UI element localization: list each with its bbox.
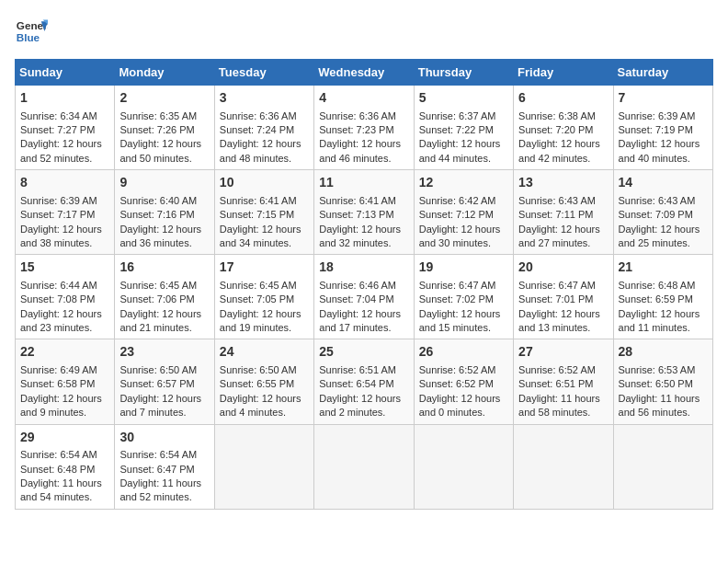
day-number: 1 <box>20 89 109 108</box>
sunset-text: Sunset: 6:54 PM <box>319 378 393 389</box>
daylight-text: Daylight: 12 hours and 11 minutes. <box>619 308 700 333</box>
weekday-header: Monday <box>115 60 214 86</box>
sunrise-text: Sunrise: 6:35 AM <box>119 110 197 121</box>
daylight-text: Daylight: 12 hours and 9 minutes. <box>20 393 102 418</box>
daylight-text: Daylight: 12 hours and 42 minutes. <box>518 138 600 163</box>
sunset-text: Sunset: 7:04 PM <box>319 293 393 304</box>
sunrise-text: Sunrise: 6:37 AM <box>419 110 496 121</box>
day-number: 23 <box>119 343 209 362</box>
sunrise-text: Sunrise: 6:50 AM <box>119 364 197 375</box>
day-number: 4 <box>319 89 408 108</box>
sunrise-text: Sunrise: 6:54 AM <box>20 449 97 460</box>
calendar-cell: 6Sunrise: 6:38 AMSunset: 7:20 PMDaylight… <box>514 86 613 170</box>
sunrise-text: Sunrise: 6:34 AM <box>20 110 97 121</box>
calendar-cell: 10Sunrise: 6:41 AMSunset: 7:15 PMDayligh… <box>214 170 313 255</box>
sunset-text: Sunset: 6:48 PM <box>20 464 95 475</box>
sunset-text: Sunset: 6:52 PM <box>419 378 494 389</box>
calendar-cell: 1Sunrise: 6:34 AMSunset: 7:27 PMDaylight… <box>16 86 115 170</box>
daylight-text: Daylight: 12 hours and 30 minutes. <box>419 224 501 248</box>
day-number: 28 <box>619 343 708 362</box>
sunset-text: Sunset: 6:59 PM <box>619 293 693 304</box>
daylight-text: Daylight: 12 hours and 4 minutes. <box>220 393 301 418</box>
calendar-cell <box>414 424 513 509</box>
sunrise-text: Sunrise: 6:40 AM <box>119 195 197 206</box>
daylight-text: Daylight: 12 hours and 52 minutes. <box>20 138 102 163</box>
calendar-cell: 20Sunrise: 6:47 AMSunset: 7:01 PMDayligh… <box>514 255 613 339</box>
day-number: 13 <box>518 174 608 192</box>
logo: General Blue <box>15 15 48 48</box>
daylight-text: Daylight: 12 hours and 25 minutes. <box>619 224 700 248</box>
sunset-text: Sunset: 7:13 PM <box>319 209 393 220</box>
svg-text:Blue: Blue <box>17 31 40 43</box>
sunrise-text: Sunrise: 6:53 AM <box>619 364 696 375</box>
sunrise-text: Sunrise: 6:36 AM <box>319 110 396 121</box>
sunset-text: Sunset: 7:23 PM <box>319 124 393 135</box>
calendar-week-row: 22Sunrise: 6:49 AMSunset: 6:58 PMDayligh… <box>16 339 713 424</box>
day-number: 19 <box>419 259 508 277</box>
calendar-cell: 2Sunrise: 6:35 AMSunset: 7:26 PMDaylight… <box>115 86 214 170</box>
daylight-text: Daylight: 12 hours and 48 minutes. <box>220 138 301 163</box>
calendar-cell: 7Sunrise: 6:39 AMSunset: 7:19 PMDaylight… <box>613 86 712 170</box>
sunrise-text: Sunrise: 6:45 AM <box>119 280 197 291</box>
sunset-text: Sunset: 6:51 PM <box>518 378 593 389</box>
daylight-text: Daylight: 12 hours and 7 minutes. <box>119 393 201 418</box>
sunset-text: Sunset: 7:17 PM <box>20 209 95 220</box>
day-number: 3 <box>220 89 309 108</box>
weekday-header: Thursday <box>414 60 513 86</box>
day-number: 12 <box>419 174 508 192</box>
daylight-text: Daylight: 12 hours and 32 minutes. <box>319 224 401 248</box>
daylight-text: Daylight: 11 hours and 56 minutes. <box>619 393 700 418</box>
page-header: General Blue <box>15 15 713 48</box>
calendar-cell <box>214 424 313 509</box>
weekday-header: Tuesday <box>214 60 313 86</box>
sunset-text: Sunset: 6:47 PM <box>119 464 194 475</box>
calendar-cell: 29Sunrise: 6:54 AMSunset: 6:48 PMDayligh… <box>16 424 115 509</box>
sunrise-text: Sunrise: 6:43 AM <box>518 195 596 206</box>
logo-icon: General Blue <box>15 15 48 48</box>
daylight-text: Daylight: 12 hours and 36 minutes. <box>119 224 201 248</box>
calendar-week-row: 8Sunrise: 6:39 AMSunset: 7:17 PMDaylight… <box>16 170 713 255</box>
calendar-cell: 23Sunrise: 6:50 AMSunset: 6:57 PMDayligh… <box>115 339 214 424</box>
sunset-text: Sunset: 7:15 PM <box>220 209 294 220</box>
sunset-text: Sunset: 6:58 PM <box>20 378 95 389</box>
sunset-text: Sunset: 6:50 PM <box>619 378 693 389</box>
calendar-cell: 12Sunrise: 6:42 AMSunset: 7:12 PMDayligh… <box>414 170 513 255</box>
calendar-cell: 30Sunrise: 6:54 AMSunset: 6:47 PMDayligh… <box>115 424 214 509</box>
calendar-cell: 22Sunrise: 6:49 AMSunset: 6:58 PMDayligh… <box>16 339 115 424</box>
sunset-text: Sunset: 6:57 PM <box>119 378 194 389</box>
daylight-text: Daylight: 12 hours and 17 minutes. <box>319 308 401 333</box>
sunset-text: Sunset: 7:11 PM <box>518 209 593 220</box>
calendar-cell <box>314 424 414 509</box>
day-number: 11 <box>319 174 408 192</box>
sunrise-text: Sunrise: 6:50 AM <box>220 364 297 375</box>
sunset-text: Sunset: 7:06 PM <box>119 293 194 304</box>
sunset-text: Sunset: 7:16 PM <box>119 209 194 220</box>
sunrise-text: Sunrise: 6:47 AM <box>419 280 496 291</box>
sunrise-text: Sunrise: 6:48 AM <box>619 280 696 291</box>
sunrise-text: Sunrise: 6:42 AM <box>419 195 496 206</box>
daylight-text: Daylight: 12 hours and 13 minutes. <box>518 308 600 333</box>
daylight-text: Daylight: 12 hours and 46 minutes. <box>319 138 401 163</box>
day-number: 16 <box>119 259 209 277</box>
calendar-cell: 3Sunrise: 6:36 AMSunset: 7:24 PMDaylight… <box>214 86 313 170</box>
calendar-cell: 19Sunrise: 6:47 AMSunset: 7:02 PMDayligh… <box>414 255 513 339</box>
calendar-week-row: 1Sunrise: 6:34 AMSunset: 7:27 PMDaylight… <box>16 86 713 170</box>
sunset-text: Sunset: 7:19 PM <box>619 124 693 135</box>
day-number: 20 <box>518 259 608 277</box>
sunrise-text: Sunrise: 6:43 AM <box>619 195 696 206</box>
sunset-text: Sunset: 7:22 PM <box>419 124 494 135</box>
sunrise-text: Sunrise: 6:39 AM <box>619 110 696 121</box>
sunrise-text: Sunrise: 6:39 AM <box>20 195 97 206</box>
daylight-text: Daylight: 12 hours and 21 minutes. <box>119 308 201 333</box>
day-number: 2 <box>119 89 209 108</box>
sunset-text: Sunset: 7:20 PM <box>518 124 593 135</box>
sunset-text: Sunset: 7:26 PM <box>119 124 194 135</box>
daylight-text: Daylight: 12 hours and 27 minutes. <box>518 224 600 248</box>
sunrise-text: Sunrise: 6:54 AM <box>119 449 197 460</box>
daylight-text: Daylight: 12 hours and 0 minutes. <box>419 393 501 418</box>
calendar-cell: 11Sunrise: 6:41 AMSunset: 7:13 PMDayligh… <box>314 170 414 255</box>
day-number: 21 <box>619 259 708 277</box>
sunrise-text: Sunrise: 6:41 AM <box>220 195 297 206</box>
day-number: 25 <box>319 343 408 362</box>
sunset-text: Sunset: 7:08 PM <box>20 293 95 304</box>
